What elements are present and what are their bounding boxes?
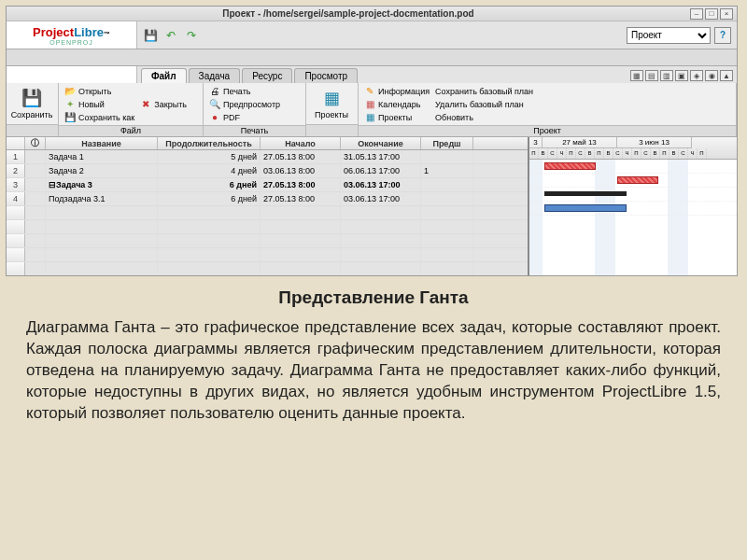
projects-button[interactable]: ▦Проекты xyxy=(310,85,353,122)
toolbar-icon[interactable]: ▦ xyxy=(630,70,643,81)
table-row[interactable]: 1Задача 15 дней27.05.13 8:0031.05.13 17:… xyxy=(7,150,528,164)
ribbon: 💾Сохранить 📂Открыть ✦Новый 💾Сохранить ка… xyxy=(7,83,737,137)
table-row[interactable]: 2Задача 24 дней03.06.13 8:0006.06.13 17:… xyxy=(7,164,528,178)
table-header: ⓘ Название Продолжительность Начало Окон… xyxy=(7,137,528,150)
main-content: ⓘ Название Продолжительность Начало Окон… xyxy=(7,137,737,275)
project-combo: Проект ? xyxy=(627,27,731,44)
save-icon[interactable]: 💾 xyxy=(143,28,158,43)
app-logo: ProjectLibre™ OPENPROJ xyxy=(7,21,137,49)
new-button[interactable]: ✦Новый xyxy=(63,98,136,110)
calendar-button[interactable]: ▦Календарь xyxy=(362,98,431,110)
redo-icon[interactable]: ↷ xyxy=(184,28,199,43)
tabs-row: Файл Задача Ресурс Просмотр ▦ ▤ ▥ ▣ ◈ ◉ … xyxy=(7,66,737,83)
article: Представление Ганта Диаграмма Ганта – эт… xyxy=(26,287,721,425)
task-table: ⓘ Название Продолжительность Начало Окон… xyxy=(7,137,529,275)
mini-toolbar xyxy=(7,49,737,66)
toolbar-icon[interactable]: ◈ xyxy=(690,70,703,81)
projects2-button[interactable]: ▦Проекты xyxy=(362,111,431,123)
app-window: Проект - /home/sergei/sample-project-doc… xyxy=(6,6,738,276)
gantt-summary-bar[interactable] xyxy=(544,191,627,196)
preview-button[interactable]: 🔍Предпросмотр xyxy=(207,98,282,110)
tab-file[interactable]: Файл xyxy=(141,68,187,83)
gantt-chart[interactable]: 3 27 май 13 3 июн 13 ПВСЧПСВПВСЧПСВПВСЧП xyxy=(529,137,737,275)
tab-view[interactable]: Просмотр xyxy=(294,68,358,83)
help-button[interactable]: ? xyxy=(714,27,731,44)
article-title: Представление Ганта xyxy=(26,287,721,308)
toolbar-icon[interactable]: ▤ xyxy=(645,70,658,81)
toolbar-icon[interactable]: ▥ xyxy=(660,70,673,81)
close-window-button[interactable]: × xyxy=(720,8,733,20)
gantt-bar[interactable] xyxy=(544,204,627,212)
save-button[interactable]: 💾Сохранить xyxy=(10,85,53,122)
table-row[interactable]: 4 Подзадача 3.16 дней27.05.13 8:0003.06.… xyxy=(7,192,528,206)
print-button[interactable]: 🖨Печать xyxy=(207,85,282,97)
header-row: ProjectLibre™ OPENPROJ 💾 ↶ ↷ Проект ? xyxy=(7,21,737,49)
gantt-bar[interactable] xyxy=(617,176,658,184)
minimize-button[interactable]: – xyxy=(690,8,703,20)
table-row[interactable]: 3⊟Задача 36 дней27.05.13 8:0003.06.13 17… xyxy=(7,178,528,192)
toolbar-icon[interactable]: ◉ xyxy=(705,70,718,81)
article-body: Диаграмма Ганта – это графическое предст… xyxy=(26,317,721,425)
project-select[interactable]: Проект xyxy=(627,27,711,44)
table-body: 1Задача 15 дней27.05.13 8:0031.05.13 17:… xyxy=(7,150,528,275)
refresh-button[interactable]: Обновить xyxy=(433,111,535,123)
info-button[interactable]: ✎Информация xyxy=(362,85,431,97)
pdf-button[interactable]: ●PDF xyxy=(207,111,282,123)
close-button[interactable]: ✖Закрыть xyxy=(138,98,189,110)
gantt-body xyxy=(529,160,737,275)
toolbar-icon[interactable]: ▣ xyxy=(675,70,688,81)
window-title: Проект - /home/sergei/sample-project-doc… xyxy=(7,8,690,19)
delete-baseline-button[interactable]: Удалить базовый план xyxy=(433,98,535,110)
toolbar-icon[interactable]: ▲ xyxy=(720,70,733,81)
tab-task[interactable]: Задача xyxy=(189,68,241,83)
maximize-button[interactable]: □ xyxy=(705,8,718,20)
titlebar: Проект - /home/sergei/sample-project-doc… xyxy=(7,7,737,21)
gantt-bar[interactable] xyxy=(544,162,596,170)
saveas-button[interactable]: 💾Сохранить как xyxy=(63,111,136,123)
undo-icon[interactable]: ↶ xyxy=(163,28,178,43)
open-button[interactable]: 📂Открыть xyxy=(63,85,136,97)
quick-access-toolbar: 💾 ↶ ↷ Проект ? xyxy=(137,21,737,49)
window-buttons: – □ × xyxy=(690,8,737,20)
tab-resource[interactable]: Ресурс xyxy=(242,68,292,83)
save-baseline-button[interactable]: Сохранить базовый план xyxy=(433,85,535,97)
